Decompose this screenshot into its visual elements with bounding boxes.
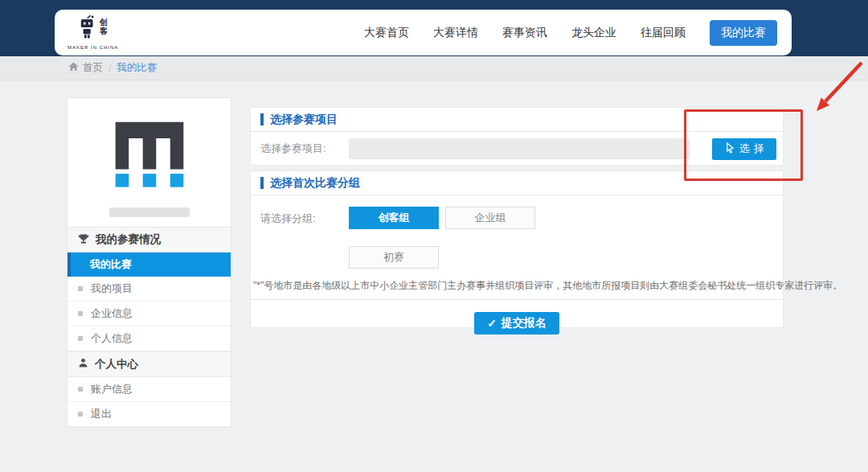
main-menu: 大赛首页 大赛详情 赛事资讯 龙头企业 往届回顾 我的比赛 [364, 20, 777, 46]
nav-item-contest-details[interactable]: 大赛详情 [433, 26, 478, 40]
home-icon [68, 62, 79, 74]
user-icon [78, 358, 88, 371]
sidebar-section-participation: 我的参赛情况 [68, 227, 231, 252]
group-field-label: 请选择分组: [260, 207, 349, 269]
site-logo[interactable]: 创 客 MAKER IN CHINA [68, 15, 118, 50]
project-input[interactable] [349, 138, 690, 159]
logo-char-top: 创 [100, 18, 108, 27]
project-field-label: 选择参赛项目: [260, 142, 349, 156]
sidebar-item-label: 个人信息 [91, 331, 133, 346]
breadcrumb-home-label: 首页 [83, 61, 103, 75]
sidebar-item-label: 企业信息 [91, 306, 133, 321]
trophy-icon [78, 233, 89, 247]
section-header: 选择首次比赛分组 [251, 171, 783, 195]
breadcrumb: 首页 / 我的比赛 [0, 56, 868, 80]
m-mark-logo [113, 119, 186, 193]
sidebar-section-title: 个人中心 [95, 357, 138, 371]
select-project-section: 选择参赛项目 选择参赛项目: 选择 [250, 107, 784, 166]
sidebar-item-label: 账户信息 [91, 382, 133, 396]
bullet-icon [78, 336, 83, 341]
sidebar-item-my-contest[interactable]: 我的比赛 [68, 252, 231, 277]
group-field-row: 请选择分组: 创客组 企业组 初赛 [251, 195, 783, 269]
header-accent-bar [260, 177, 264, 189]
section-title: 选择参赛项目 [270, 113, 338, 127]
breadcrumb-separator: / [108, 63, 111, 74]
review-note-text: "*"号地市是由各地级以上市中小企业主管部门主办赛事并组织项目评审，其他地市所报… [251, 279, 783, 293]
top-navigation-bar: 创 客 MAKER IN CHINA 大赛首页 大赛详情 赛事资讯 龙头企业 往… [55, 10, 792, 55]
sidebar-section-personal-center: 个人中心 [68, 351, 231, 377]
sidebar-item-account-info[interactable]: 账户信息 [68, 377, 231, 402]
section-header: 选择参赛项目 [251, 108, 783, 132]
sidebar-item-label: 退出 [91, 407, 112, 421]
submit-button-label: 提交报名 [502, 316, 547, 330]
header-accent-bar [260, 113, 264, 125]
bullet-icon [78, 311, 83, 316]
logo-caption: MAKER IN CHINA [68, 45, 118, 50]
select-group-section: 选择首次比赛分组 请选择分组: 创客组 企业组 初赛 "*"号地市是由各地级以上… [250, 170, 784, 328]
nav-item-news[interactable]: 赛事资讯 [502, 26, 547, 40]
bullet-icon [78, 412, 83, 417]
breadcrumb-current[interactable]: 我的比赛 [117, 61, 157, 75]
bullet-icon [78, 387, 83, 392]
select-button-label: 选择 [739, 142, 768, 156]
logo-char-bottom: 客 [100, 27, 108, 35]
nav-item-past-editions[interactable]: 往届回顾 [641, 26, 686, 40]
nav-item-leading-enterprises[interactable]: 龙头企业 [571, 26, 616, 40]
robot-logo-icon [79, 15, 98, 43]
bullet-icon [78, 286, 83, 291]
sidebar-item-logout[interactable]: 退出 [68, 402, 231, 427]
group-option-enterprise[interactable]: 企业组 [445, 207, 535, 229]
section-title: 选择首次比赛分组 [270, 176, 360, 191]
check-icon: ✓ [487, 317, 497, 330]
redacted-company-name [109, 207, 190, 217]
submit-registration-button[interactable]: ✓ 提交报名 [474, 312, 559, 335]
user-logo-image [68, 98, 231, 196]
cursor-pointer-icon [725, 142, 735, 156]
sidebar-section-title: 我的参赛情况 [96, 232, 161, 247]
select-project-button[interactable]: 选择 [712, 138, 776, 160]
nav-item-contest-home[interactable]: 大赛首页 [364, 26, 409, 40]
project-field-row: 选择参赛项目: 选择 [251, 132, 783, 166]
nav-button-my-contest[interactable]: 我的比赛 [710, 20, 777, 46]
submit-row: ✓ 提交报名 [251, 300, 783, 335]
group-option-maker[interactable]: 创客组 [349, 207, 439, 229]
sidebar-item-label: 我的项目 [91, 281, 133, 296]
group-option-preliminary[interactable]: 初赛 [349, 246, 439, 269]
sidebar-item-company-info[interactable]: 企业信息 [68, 302, 231, 326]
sidebar-item-personal-info[interactable]: 个人信息 [68, 326, 231, 351]
sidebar-item-my-projects[interactable]: 我的项目 [68, 277, 231, 302]
breadcrumb-home-link[interactable]: 首页 [68, 61, 103, 75]
page: 创 客 MAKER IN CHINA 大赛首页 大赛详情 赛事资讯 龙头企业 往… [0, 0, 868, 472]
group-options: 创客组 企业组 初赛 [349, 207, 535, 269]
sidebar: 我的参赛情况 我的比赛 我的项目 企业信息 个人信息 个人中心 账 [67, 97, 231, 428]
